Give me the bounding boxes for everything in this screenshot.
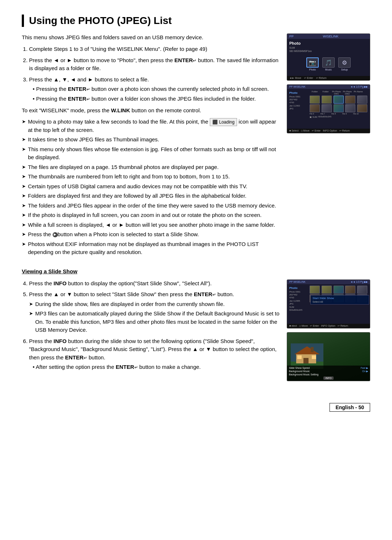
screen-1-main: Photo SUMSEI MG934MSF1xx 📷 Photo [289,41,368,74]
screen-1-brand: PP [289,35,294,38]
photo-grid [310,96,368,112]
grid-row-labels: Folder Folder Ph Photo 0001 Ph Photo 000… [310,90,368,95]
slide-step-6-bullets: After setting the option press the ENTER… [33,363,279,371]
slide-steps-list: Press the INFO button to display the opt… [29,279,279,371]
note-6: ➤ Certain types of USB Digital camera an… [22,182,279,191]
screen-3-right: Start Slide Show Select All [310,286,368,313]
step-1: Complete Steps 1 to 3 of "Using the WISE… [29,45,279,53]
note-7: ➤ Folders are displayed first and they a… [22,192,279,200]
s-note-1: ➤ During the slide show, files are displ… [29,300,279,309]
step-3: Press the ▲, ▼, ◄ and ► buttons to selec… [29,76,279,103]
grid-bottom-info: ▣ SUM 600x600x345 [310,116,368,118]
arrow-icon-11: ➤ [22,231,26,239]
footer-area: English - 50 [22,392,370,412]
overlay-music-value: On ▶ [362,370,368,373]
screens-column: PP WISELINK Photo SUMSEI MG934MSF1xx 📷 [287,33,370,259]
overlay-setting-label: Background Music Setting [289,373,318,376]
screen-3: PP WISELINK ◄◄ 1/3 Pg ▶▶ Photo Photo 000… [287,279,370,329]
overlay-row-1: Slide Show Speed Fast ▶ [289,367,368,370]
screen-3-content: Photo Photo 0001282*4624763Jan 3,2005JPG… [287,284,370,314]
loading-icon: ⬛ Loading [210,118,237,126]
step-3-bullet-1: Pressing the ENTER↵ button over a photo … [33,85,279,93]
bottom-screens-column: PP WISELINK ◄◄ 1/3 Pg ▶▶ Photo Photo 000… [287,279,370,381]
screen-3-brand: PP WISELINK [289,281,306,283]
text-column: This menu shows JPEG files and folders s… [22,33,279,259]
settings-overlay: Slide Show Speed Fast ▶ Background Music… [287,366,370,381]
thumb-6 [310,104,320,112]
s3-thumb-4 [345,286,355,294]
music-icon-box: 🎵 [322,57,335,68]
footer-enter: ↵ Enter [304,77,313,80]
screen-icon-photo: 📷 Photo [306,57,319,71]
thumb-9 [345,104,355,112]
screen-2-sidebar: Photo Photo 0001282*4624763Jan 3,2002JPG [289,90,309,118]
footer-return: ↩ Return [316,77,327,80]
slide-step-4: Press the INFO button to display the opt… [29,279,279,288]
arrow-icon-9: ➤ [22,211,26,219]
sidebar-info: Photo 0001282*4624763Jan 3,2002JPG [289,95,308,110]
note-4: ➤ The files are displayed on a page. 15 … [22,163,279,172]
note-11: ➤ Press the ▶button when a Photo icon is… [22,230,279,239]
music-icon-label: Music [325,68,332,71]
sidebar-title: Photo [289,91,308,94]
screen-4: Slide Show Speed Fast ▶ Background Music… [287,332,370,381]
overlay-info-btn: INFO [289,376,368,380]
s2-enter: ↵ Enter [312,129,321,132]
s3-info: Photo 0001282*4624763Jan 3,2005JPGSUM600… [289,290,308,312]
screen-3-footer: ■ elect ◇ Move ↵ Enter INFO Option ↩ Ret… [287,324,370,328]
s2-return: ↩ Return [339,129,350,132]
s-note-2: ➤ MP3 files can be automatically played … [29,310,279,334]
steps-list: Complete Steps 1 to 3 of "Using the WISE… [29,45,279,103]
step-3-bullet-2: Pressing the ENTER↵ button over a folder… [33,95,279,103]
arrow-icon-4: ➤ [22,164,26,172]
content-wrapper: This menu shows JPEG files and folders s… [22,33,370,381]
screen-3-sidebar: Photo Photo 0001282*4624763Jan 3,2005JPG… [289,286,309,313]
photo-icon-box: 📷 [306,57,319,68]
screen-3-header: PP WISELINK ◄◄ 1/3 Pg ▶▶ [287,280,370,284]
svg-rect-4 [303,358,309,363]
s3-move: ◇ Move [299,325,308,327]
photo-icon-label: Photo [309,68,316,71]
bottom-text-column: Press the INFO button to display the opt… [22,279,279,381]
info-button-label: INFO [323,376,334,380]
s3-enter: ↵ Enter [310,325,319,327]
screen-3-page: ◄◄ 1/3 Pg ▶▶ [350,281,368,283]
screen-2-content: Photo Photo 0001282*4624763Jan 3,2002JPG… [287,89,370,120]
slide-step-6: Press the INFO button during the slide s… [29,337,279,371]
note-9: ➤ If the photo is displayed in full scre… [22,211,279,219]
setup-icon-box: ⚙ [338,57,351,68]
thumb-8 [334,104,344,112]
screen-2-page: ◄◄ 1/3 Pg ▶▶ [350,85,368,88]
slide-menu-title: Start Slide Show [313,297,367,300]
svg-rect-7 [311,347,314,352]
overlay-row-3: Background Music Setting [289,373,368,376]
s3-select: ■ elect [289,325,297,327]
overlay-music-label: Background Music [289,370,310,373]
arrow-icon-6: ➤ [22,183,26,191]
screen-2-grid-area: Folder Folder Ph Photo 0001 Ph Photo 000… [310,90,368,118]
s3-thumb-2 [322,286,332,294]
screen-icon-music: 🎵 Music [322,57,335,71]
slide-step-5-notes: ➤ During the slide show, files are displ… [29,300,279,334]
screen-1-icons: 📷 Photo 🎵 Music [289,56,368,72]
overlay-row-2: Background Music On ▶ [289,370,368,373]
svg-rect-6 [312,355,316,359]
screen-1-footer: ◄► Move ↵ Enter ↩ Return [287,76,370,80]
screen-2-brand: PP WISELINK [289,85,306,88]
thumb-2 [322,96,332,104]
thumb-4 [345,96,355,104]
note-10: ➤ While a full screen is displayed, ◄ or… [22,221,279,229]
setup-icon-label: Setup [341,68,348,71]
screen-2-footer: ■ Select ◇ Move ↵ Enter INFO Option ↩ Re… [287,129,370,133]
slide-menu-item-2: Select All [313,301,367,303]
s2-option: INFO Option [323,129,337,132]
s3-thumb-5 [357,286,367,294]
arrow-icon-1: ➤ [22,118,26,134]
note-1: ➤ Moving to a photo may take a few secon… [22,118,279,134]
screen-1-brand2: WISELINK [323,35,339,38]
screen-1-header: PP WISELINK [287,34,370,39]
s2-move: ◇ Move [301,129,310,132]
s3-title: Photo [289,286,308,290]
arrow-icon-3: ➤ [22,146,26,162]
note-12: ➤ Photos without EXIF information may no… [22,240,279,257]
